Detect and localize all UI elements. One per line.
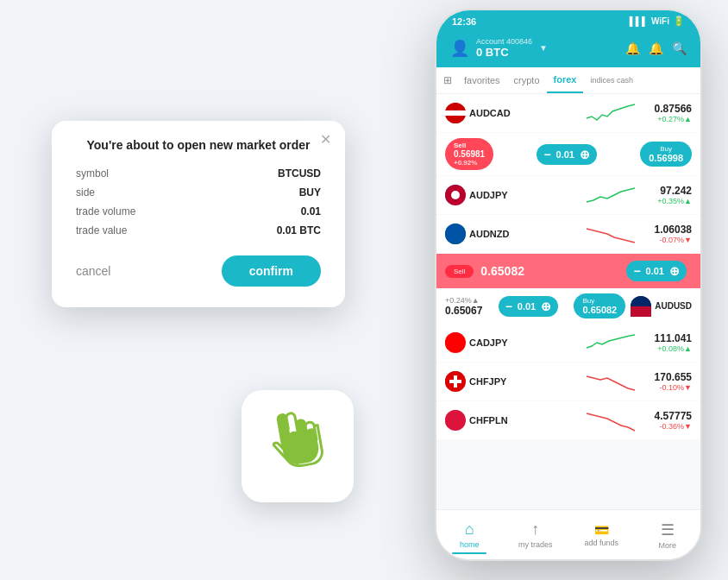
cancel-button[interactable]: cancel [76, 264, 110, 278]
tab-favorites[interactable]: favorites [457, 68, 507, 92]
dialog-val-volume: 0.01 [301, 205, 321, 218]
price-chfpln: 4.57775 [640, 410, 692, 422]
alert-icon[interactable]: 🔔 [649, 41, 663, 55]
dropdown-icon[interactable]: ▼ [539, 43, 548, 53]
more-icon: ☰ [661, 520, 675, 539]
audusd-buy-price-left: 0.65067 [445, 305, 482, 317]
currency-flag-audusd [631, 296, 651, 317]
chart-audjpy [585, 183, 637, 207]
home-label: home [460, 540, 480, 549]
currency-name-chfjpy: CHFJPY [469, 376, 581, 387]
audusd-buy-btn[interactable]: Buy 0.65082 [574, 293, 625, 318]
dialog-row-value: trade value 0.01 BTC [76, 224, 321, 236]
audusd-buy-plus[interactable]: ⊕ [541, 299, 551, 313]
price-audcad: 0.87566 [640, 103, 692, 115]
currency-name-cadjpy: CADJPY [469, 337, 581, 348]
audusd-sell-row: Sell 0.65082 − 0.01 ⊕ [436, 254, 700, 288]
list-item: CHFJPY 170.655 -0.10%▼ [436, 362, 700, 400]
status-bar: 12:36 ▌▌▌ WiFi 🔋 [436, 10, 700, 32]
chart-audcad [585, 101, 637, 125]
currency-name-audcad: AUDCAD [469, 108, 581, 118]
dialog-row-volume: trade volume 0.01 [76, 205, 321, 218]
trade-value: 0.01 [556, 149, 574, 160]
audusd-trade-minus[interactable]: − [633, 264, 640, 278]
phone-mockup: 12:36 ▌▌▌ WiFi 🔋 👤 Account 400846 0 BTC … [435, 9, 702, 561]
app-header: 👤 Account 400846 0 BTC ▼ 🔔 🔔 🔍 [436, 32, 700, 67]
currency-flag-audjpy [445, 185, 466, 205]
currency-name-audnzd: AUDNZD [469, 229, 581, 239]
tab-forex[interactable]: forex [547, 67, 584, 93]
currency-name-audjpy: AUDJPY [469, 190, 581, 200]
currency-flag-cadjpy [445, 332, 466, 353]
price-audjpy: 97.242 [640, 185, 692, 197]
price-audnzd: 1.06038 [640, 224, 692, 236]
list-item: AUDJPY 97.242 +0.35%▲ [436, 176, 700, 214]
user-icon: 👤 [450, 39, 469, 58]
trade-row-audcad: Sell 0.56981 +0.92% − 0.01 ⊕ Buy 0.56998 [436, 133, 700, 175]
change-chfpln: -0.36%▼ [640, 422, 692, 431]
dialog-row-symbol: symbol BTCUSD [76, 167, 321, 180]
audusd-sell-btn[interactable]: Sell [445, 265, 474, 278]
signal-icon: ▌▌▌ [630, 16, 648, 26]
dialog-actions: cancel confirm [76, 255, 321, 287]
search-icon[interactable]: 🔍 [672, 41, 687, 55]
nav-add-funds[interactable]: 💳 add funds [568, 518, 635, 552]
account-label: Account 400846 [476, 37, 532, 46]
price-chfjpy: 170.655 [640, 371, 692, 383]
trade-minus-btn[interactable]: − [543, 148, 550, 161]
dialog-key-value: trade value [76, 224, 127, 236]
dialog-close-btn[interactable]: ✕ [320, 131, 331, 148]
funds-icon: 💳 [594, 523, 609, 537]
hand-pointer-card [242, 390, 354, 502]
audusd-trade-value: 0.01 [646, 266, 664, 276]
battery-icon: 🔋 [673, 16, 685, 27]
currency-flag-audnzd [445, 224, 466, 244]
nav-more[interactable]: ☰ More [635, 515, 701, 555]
hand-icon [261, 406, 334, 488]
nav-home-indicator [452, 552, 486, 554]
trade-control: − 0.01 ⊕ [537, 144, 597, 165]
home-icon: ⌂ [465, 520, 474, 539]
audusd-buy-minus[interactable]: − [505, 299, 512, 313]
buy-price-btn[interactable]: Buy 0.56998 [640, 142, 692, 167]
list-item: CHFPLN 4.57775 -0.36%▼ [436, 401, 700, 439]
svg-rect-1 [445, 110, 466, 116]
wifi-icon: WiFi [651, 16, 669, 26]
dialog-key-symbol: symbol [76, 167, 109, 180]
nav-my-trades[interactable]: ↑ my trades [503, 515, 569, 554]
chart-chfjpy [585, 369, 637, 394]
more-label: More [658, 541, 676, 550]
trade-plus-btn[interactable]: ⊕ [580, 148, 590, 161]
dialog-val-side: BUY [299, 186, 321, 199]
trades-icon: ↑ [531, 520, 539, 539]
audusd-trade-control: − 0.01 ⊕ [626, 261, 687, 281]
price-cadjpy: 111.041 [640, 332, 692, 344]
change-cadjpy: +0.08%▲ [640, 344, 692, 353]
notification-icon[interactable]: 🔔 [625, 41, 640, 55]
audusd-label: AUDUSD [655, 301, 692, 311]
audusd-buy-volume: 0.01 [518, 301, 536, 312]
forex-list: AUDCAD 0.87566 +0.27%▲ Sell 0.56981 +0.9… [436, 94, 700, 531]
svg-rect-6 [631, 306, 651, 317]
change-audnzd: -0.07%▼ [640, 236, 692, 244]
audusd-trade-plus[interactable]: ⊕ [669, 264, 680, 278]
currency-flag-chfjpy [445, 371, 466, 392]
svg-rect-10 [449, 380, 461, 383]
dialog-key-side: side [76, 186, 95, 199]
account-balance: 0 BTC [476, 46, 532, 59]
tab-indices[interactable]: indices cash [583, 69, 640, 91]
bottom-nav: ⌂ home ↑ my trades 💳 add funds ☰ More [436, 509, 700, 559]
sell-price-btn[interactable]: Sell 0.56981 +0.92% [445, 138, 493, 170]
svg-point-4 [445, 224, 466, 244]
nav-home[interactable]: ⌂ home [436, 515, 503, 554]
trades-label: my trades [518, 540, 553, 549]
tab-crypto[interactable]: crypto [507, 68, 547, 92]
dialog-key-volume: trade volume [76, 205, 135, 218]
grid-icon[interactable]: ⊞ [443, 74, 452, 86]
status-time: 12:36 [452, 16, 476, 27]
audusd-buy-row: +0.24%▲ 0.65067 − 0.01 ⊕ Buy 0.65082 AUD… [436, 288, 700, 324]
dialog-val-symbol: BTCUSD [278, 167, 321, 180]
confirm-button[interactable]: confirm [222, 255, 321, 287]
list-item: CADJPY 111.041 +0.08%▲ [436, 324, 700, 362]
dialog-row-side: side BUY [76, 186, 321, 199]
